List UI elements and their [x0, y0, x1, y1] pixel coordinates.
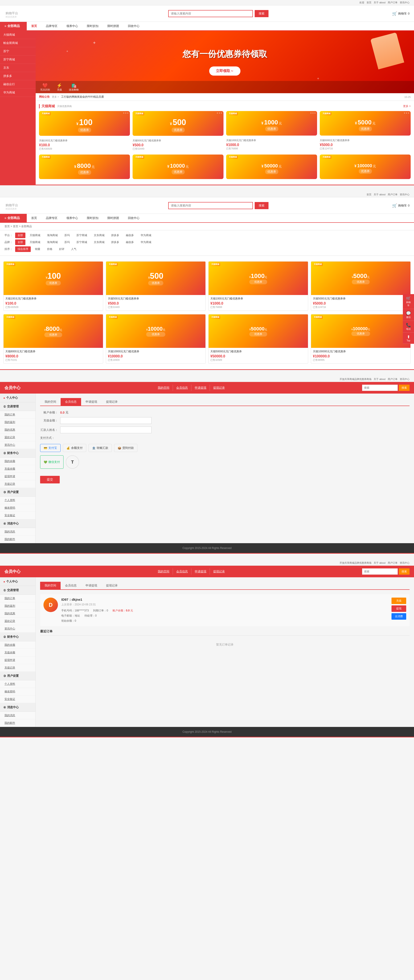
nav-brand[interactable]: 品牌专区 [41, 22, 62, 30]
recharge-submit-button[interactable]: 提交 [40, 476, 60, 484]
product-card-2[interactable]: 天猫商城 ¥1000元 优惠券 天猫1000元无门槛优惠券券 ¥1000.0 已… [208, 261, 308, 311]
filter-brand-jd[interactable]: 京东商城 [91, 239, 107, 245]
payment-method-tcoin[interactable]: T [66, 455, 79, 469]
sidebar-link-balance[interactable]: 我的余额 [0, 458, 35, 465]
tab-member-info[interactable]: 会员信息 [60, 398, 81, 406]
sidebar-link-refund[interactable]: 退款记录 [0, 434, 35, 441]
filter-platform-haitao[interactable]: 海淘商城 [44, 232, 60, 238]
fixed-top-item[interactable]: ⬆ Top [403, 332, 414, 344]
sidebar-link-my-rebate[interactable]: 我的返利 [0, 418, 35, 426]
filter-brand-haitao[interactable]: 海淘商城 [44, 239, 60, 245]
sidebar-link-security[interactable]: 安全验证 [0, 512, 35, 519]
product-card-3[interactable]: 天猫商城 ¥5000元 优惠券 天猫5000元无门槛优惠券券 ¥5000.0 已… [311, 261, 411, 311]
nav-about-link-2[interactable]: 关于 about [374, 193, 385, 196]
about-link-3[interactable]: 关于 about [374, 377, 385, 381]
filter-sort-popular[interactable]: 人气 [69, 247, 79, 252]
shop-button[interactable]: 去消费 [392, 613, 406, 620]
nav-orders-link-2[interactable]: 用户订单 [388, 193, 398, 196]
product-card-4[interactable]: 天猫商城 ¥8000元 优惠券 天猫8000元无门槛优惠券 ¥8000.0 已售… [3, 314, 103, 364]
sidebar-link-profile[interactable]: 个人资料 [0, 496, 35, 504]
nav-recycle[interactable]: 回收中心 [124, 22, 144, 30]
nav-home-link[interactable]: 首页 [366, 1, 371, 4]
search-button[interactable]: 搜索 [255, 10, 268, 17]
product-card-6[interactable]: 天猫商城 ¥50000元 优惠券 天猫50000元无门槛优惠券 ¥50000.0… [208, 314, 308, 364]
sidebar-item-pinduoduo[interactable]: 拼多多 [0, 72, 36, 80]
news-link-4[interactable]: 资讯中心 [400, 561, 409, 565]
sidebar-item-tianmao[interactable]: 大猫商城 [0, 31, 36, 39]
coupon-card-2[interactable]: 天猫商城 ✦✦✦ ¥ 1000 元 优惠券 天猫1000元无门槛优惠 [226, 111, 317, 152]
sidebar-link-news[interactable]: 资讯中心 [0, 441, 35, 449]
recharge-amount-input[interactable] [60, 417, 152, 424]
nav-withdraw-records[interactable]: 提现记录 [210, 385, 228, 391]
tab-withdraw-records-4[interactable]: 提现记录 [102, 582, 122, 589]
member-search-button[interactable]: 搜索 [399, 385, 409, 391]
about-link-4[interactable]: 关于 about [374, 561, 385, 565]
filter-platform-jd[interactable]: 京东商城 [91, 232, 107, 238]
nav-coupon[interactable]: 领券中心 [62, 22, 82, 30]
sidebar-link-messages[interactable]: 我的消息 [0, 528, 35, 536]
sidebar-link-my-coupon-4[interactable]: 我的优惠 [0, 610, 35, 617]
filter-platform-rongchuang[interactable]: 融创多 [124, 232, 136, 238]
sidebar-link-news-4[interactable]: 资讯中心 [0, 625, 35, 633]
search-input[interactable] [168, 10, 253, 17]
sidebar-link-emails-4[interactable]: 我的邮件 [0, 719, 35, 727]
withdraw-button[interactable]: 提现 [392, 605, 406, 612]
orders-link-3[interactable]: 用户订单 [388, 377, 398, 381]
nav-news-link[interactable]: 资讯中心 [400, 1, 409, 4]
news-link-3[interactable]: 资讯中心 [400, 377, 409, 381]
nav-all-goods[interactable]: ≡ 全部商品 [0, 22, 27, 30]
member-search-input[interactable] [362, 385, 398, 391]
payment-method-alipay[interactable]: 💳 支付宝 [40, 444, 60, 452]
coupon-card-1[interactable]: 天猫商城 ✦✦✦ ¥ 500 优惠券 天猫500元无门槛优惠券券 ¥50 [133, 111, 224, 152]
cart-area[interactable]: 🛒 购物车 0 [392, 11, 409, 16]
filter-platform-all[interactable]: 全部 [15, 232, 25, 238]
sidebar-item-huawei[interactable]: 华为商城 [0, 89, 36, 97]
filter-platform-suning2[interactable]: 苏宁商城 [74, 232, 90, 238]
filter-brand-pdd[interactable]: 拼多多 [109, 239, 122, 245]
tab-apply-withdraw[interactable]: 申请提现 [81, 398, 102, 406]
notice-more[interactable]: 更多 > [52, 95, 59, 99]
sidebar-link-profile-4[interactable]: 个人资料 [0, 680, 35, 688]
filter-brand-suning1[interactable]: 苏玛 [62, 239, 72, 245]
filter-platform-tianmao[interactable]: 天猫商城 [27, 232, 43, 238]
recharge-button[interactable]: 充值 [392, 598, 406, 604]
filter-platform-huawei[interactable]: 华为商城 [138, 232, 154, 238]
sidebar-link-my-coupon[interactable]: 我的优惠 [0, 426, 35, 434]
filter-platform-suning1[interactable]: 苏玛 [62, 232, 72, 238]
filter-brand-all[interactable]: 全部 [15, 239, 25, 245]
filter-brand-rongchuang[interactable]: 融创多 [124, 239, 136, 245]
fixed-wechat-item[interactable]: 💬 微信 [403, 309, 414, 321]
sidebar-link-withdraw-4[interactable]: 提现申请 [0, 657, 35, 664]
tab-space-4[interactable]: 我的空间 [40, 582, 60, 589]
sidebar-link-recharge[interactable]: 充值余额 [0, 465, 35, 473]
nav-about-link[interactable]: 关于 about [374, 1, 385, 4]
nav-my-space-4[interactable]: 我的空间 [154, 568, 173, 574]
hero-banner[interactable]: 您有一份优惠券待领取 立即领取～ ✦ ✦ ✦ ❤️ 无法识别 [36, 31, 414, 93]
nav-coupon-2[interactable]: 领券中心 [62, 214, 82, 222]
sidebar-link-recharge-4[interactable]: 充值余额 [0, 649, 35, 657]
member-search-button-4[interactable]: 搜索 [399, 568, 409, 574]
sidebar-link-messages-4[interactable]: 我的消息 [0, 712, 35, 719]
nav-apply-withdraw[interactable]: 申请提现 [191, 385, 210, 391]
cart-area-2[interactable]: 🛒 购物车 0 [392, 203, 409, 208]
fixed-cart-item[interactable]: 🛒 购物 车 [403, 294, 414, 309]
product-card-0[interactable]: 天猫商城 ¥100 优惠券 天猫100元无门槛优惠券券 ¥100.0 已售430… [3, 261, 103, 311]
nav-recycle-2[interactable]: 回收中心 [124, 214, 144, 222]
filter-sort-default[interactable]: 综合排序 [15, 247, 31, 252]
tab-member-info-4[interactable]: 会员信息 [60, 582, 81, 589]
payment-method-wechat[interactable]: 💚 微信支付 [40, 455, 63, 469]
member-search-input-4[interactable] [362, 568, 398, 574]
sidebar-link-my-rebate-4[interactable]: 我的返利 [0, 602, 35, 610]
nav-news-link-2[interactable]: 资讯中心 [400, 193, 409, 196]
sidebar-link-withdraw[interactable]: 提现申请 [0, 473, 35, 480]
filter-sort-sales[interactable]: 销量 [33, 247, 43, 252]
sidebar-item-pajingsi[interactable]: 帕金斯商城 [0, 39, 36, 47]
fixed-phone-item[interactable]: 📞 电话 [403, 321, 414, 332]
nav-home-2[interactable]: 首页 [27, 214, 41, 222]
sidebar-link-balance-4[interactable]: 我的余额 [0, 641, 35, 649]
nav-withdraw-records-4[interactable]: 提现记录 [210, 568, 228, 574]
sidebar-link-my-orders[interactable]: 我的订单 [0, 411, 35, 418]
nav-group[interactable]: 限时拼团 [103, 22, 124, 30]
sidebar-link-recharge-records[interactable]: 充值记录 [0, 480, 35, 488]
payment-method-transfer[interactable]: 🏦 转账汇款 [89, 444, 112, 452]
